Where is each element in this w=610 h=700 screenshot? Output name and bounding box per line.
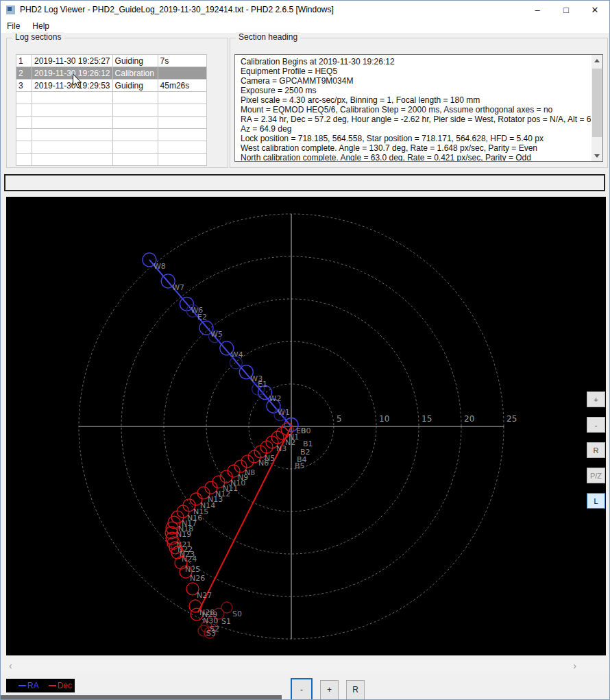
log-section-row[interactable] xyxy=(16,117,207,129)
log-cell[interactable] xyxy=(32,141,113,154)
log-cell[interactable] xyxy=(32,92,113,104)
log-cell[interactable]: Guiding xyxy=(112,80,158,92)
title-bar: PHD2 Log Viewer - PHD2_GuideLog_2019-11-… xyxy=(1,1,609,19)
svg-text:25: 25 xyxy=(507,414,517,424)
section-heading-textbox[interactable]: Calibration Begins at 2019-11-30 19:26:1… xyxy=(234,54,603,162)
log-cell[interactable] xyxy=(158,117,206,129)
window-title: PHD2 Log Viewer - PHD2_GuideLog_2019-11-… xyxy=(20,5,334,14)
calibration-plot-svg: 510152025W1W2W3W4W5W6W7W8N3N5N6N8N9N10N1… xyxy=(6,197,606,655)
menu-bar: File Help xyxy=(1,19,609,34)
log-cell[interactable]: 2019-11-30 19:25:27 xyxy=(32,55,113,67)
log-cell[interactable] xyxy=(16,117,32,129)
svg-text:E1: E1 xyxy=(258,380,267,389)
heading-scrollbar[interactable] xyxy=(591,55,602,161)
log-cell[interactable] xyxy=(112,129,158,141)
menu-file[interactable]: File xyxy=(1,20,26,32)
svg-text:N24: N24 xyxy=(182,555,197,564)
plot-hscroll[interactable]: ‹ › xyxy=(1,660,610,672)
bottom-button-+[interactable]: + xyxy=(320,680,339,700)
log-cell[interactable] xyxy=(112,141,158,154)
log-cell[interactable] xyxy=(158,67,206,80)
legend-item-ra: RA xyxy=(19,681,39,690)
log-cell[interactable] xyxy=(158,141,206,154)
hscroll-right-icon[interactable]: › xyxy=(573,660,576,671)
log-cell[interactable] xyxy=(32,117,113,129)
log-section-row[interactable]: 32019-11-30 19:29:53Guiding45m26s xyxy=(16,80,207,92)
log-cell[interactable] xyxy=(32,154,113,166)
svg-text:N27: N27 xyxy=(197,591,212,600)
plot-button-r[interactable]: R xyxy=(587,442,605,458)
log-cell[interactable]: 3 xyxy=(16,80,32,92)
log-table-body: 12019-11-30 19:25:27Guiding7s22019-11-30… xyxy=(16,55,207,166)
legend-dash-icon xyxy=(49,685,56,686)
section-heading-text: Calibration Begins at 2019-11-30 19:26:1… xyxy=(235,55,591,161)
log-cell[interactable] xyxy=(158,104,206,117)
log-section-row[interactable]: 22019-11-30 19:26:12Calibration xyxy=(16,67,207,80)
svg-text:B5: B5 xyxy=(295,461,305,470)
heading-line: Camera = GPCAMMT9M034M xyxy=(241,76,591,86)
log-cell[interactable] xyxy=(16,141,32,154)
scroll-down-button[interactable] xyxy=(591,150,602,161)
plot-button-+[interactable]: + xyxy=(587,391,605,407)
log-section-row[interactable] xyxy=(16,129,207,141)
heading-line: Pixel scale = 4.30 arc-sec/px, Binning =… xyxy=(241,95,591,105)
phd2-log-viewer-window: { "window": { "title": "PHD2 Log Viewer … xyxy=(0,0,610,700)
plot-bottom-buttons: -+R xyxy=(291,678,365,700)
plot-button-pz[interactable]: P/Z xyxy=(587,468,605,483)
svg-text:S1: S1 xyxy=(221,617,231,626)
calibration-plot: 510152025W1W2W3W4W5W6W7W8N3N5N6N8N9N10N1… xyxy=(6,197,606,655)
plot-legend: RADec xyxy=(6,679,75,692)
minimize-button[interactable]: – xyxy=(523,1,552,19)
svg-text:N6: N6 xyxy=(258,459,269,468)
log-cell[interactable] xyxy=(32,129,113,141)
svg-text:15: 15 xyxy=(422,414,432,424)
svg-text:B0: B0 xyxy=(301,426,311,435)
log-cell[interactable]: Guiding xyxy=(112,55,158,67)
plot-side-buttons: +-RP/ZL xyxy=(587,391,605,509)
close-button[interactable]: ✕ xyxy=(581,1,609,19)
log-cell[interactable]: Calibration xyxy=(112,67,158,80)
log-cell[interactable] xyxy=(16,129,32,141)
maximize-button[interactable]: □ xyxy=(552,1,581,19)
svg-text:20: 20 xyxy=(464,414,474,424)
log-section-row[interactable] xyxy=(16,92,207,104)
app-icon xyxy=(6,5,15,14)
svg-text:S0: S0 xyxy=(232,610,242,618)
log-section-row[interactable] xyxy=(16,141,207,154)
log-cell[interactable]: 2 xyxy=(16,67,32,80)
log-cell[interactable] xyxy=(112,154,158,166)
log-cell[interactable] xyxy=(32,104,113,117)
log-sections-table[interactable]: 12019-11-30 19:25:27Guiding7s22019-11-30… xyxy=(16,54,207,166)
log-cell[interactable]: 45m26s xyxy=(158,80,206,92)
log-cell[interactable] xyxy=(112,92,158,104)
log-cell[interactable]: 2019-11-30 19:26:12 xyxy=(32,67,113,80)
log-cell[interactable] xyxy=(16,92,32,104)
heading-line: Exposure = 2500 ms xyxy=(241,86,591,95)
log-cell[interactable] xyxy=(16,104,32,117)
scroll-thumb[interactable] xyxy=(592,69,602,137)
plot-button-l[interactable]: L xyxy=(587,493,605,509)
plot-button--[interactable]: - xyxy=(587,417,605,433)
log-cell[interactable]: 1 xyxy=(16,55,32,67)
log-cell[interactable] xyxy=(16,154,32,166)
legend-item-dec: Dec xyxy=(49,681,72,690)
bottom-button-R[interactable]: R xyxy=(346,680,365,700)
log-cell[interactable] xyxy=(158,129,206,141)
log-section-row[interactable] xyxy=(16,154,207,166)
log-cell[interactable] xyxy=(112,117,158,129)
log-section-row[interactable]: 12019-11-30 19:25:27Guiding7s xyxy=(16,55,207,67)
bottom-button--[interactable]: - xyxy=(291,678,313,700)
log-cell[interactable]: 7s xyxy=(158,55,206,67)
heading-line: RA = 2.34 hr, Dec = 57.2 deg, Hour angle… xyxy=(241,114,591,124)
log-cell[interactable] xyxy=(112,104,158,117)
hscroll-left-icon[interactable]: ‹ xyxy=(9,660,12,671)
scroll-up-button[interactable] xyxy=(591,55,602,66)
log-section-row[interactable] xyxy=(16,104,207,117)
svg-text:W7: W7 xyxy=(172,283,184,292)
svg-text:10: 10 xyxy=(379,414,389,424)
section-heading-label: Section heading xyxy=(236,32,300,42)
log-cell[interactable] xyxy=(158,92,206,104)
menu-help[interactable]: Help xyxy=(26,20,56,32)
log-cell[interactable] xyxy=(158,154,206,166)
log-cell[interactable]: 2019-11-30 19:29:53 xyxy=(32,80,113,92)
